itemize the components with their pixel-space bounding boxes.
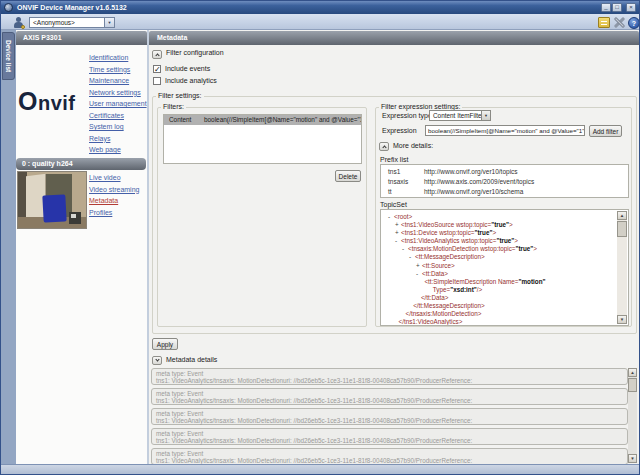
xml-tag: <tns1:Device wstop:topic= bbox=[401, 229, 475, 236]
device-name-header: AXIS P3301 bbox=[16, 31, 147, 45]
more-details-expander[interactable] bbox=[379, 142, 389, 151]
filter-configuration-label: Filter configuration bbox=[166, 49, 224, 56]
topicset-content: -<root>+<tns1:VideoSource wstop:topic="t… bbox=[385, 213, 616, 326]
metadata-entry: meta type: Eventtns1: VideoAnalytics/tns… bbox=[151, 448, 628, 464]
sidebar-link[interactable]: Time settings bbox=[89, 64, 147, 76]
topicset-line: </tnsaxis:MotionDetection> bbox=[385, 310, 616, 318]
prefix-uri: http://www.onvif.org/ver10/schema bbox=[424, 187, 523, 197]
scroll-down-icon[interactable]: ▼ bbox=[617, 315, 627, 324]
xml-tag: <tt:SimpleItemDescription Name= bbox=[424, 278, 518, 285]
topicset-line: +<tns1:Device wstop:topic="true"> bbox=[385, 229, 616, 237]
chevron-down-icon[interactable]: ▼ bbox=[104, 18, 114, 27]
stream-link[interactable]: Video streaming bbox=[89, 184, 147, 196]
window-title: ONVIF Device Manager v1.6.5132 bbox=[17, 1, 127, 14]
close-button[interactable]: × bbox=[626, 3, 636, 12]
account-dropdown[interactable]: <Anonymous> ▼ bbox=[29, 17, 115, 28]
chevron-down-icon[interactable]: ▼ bbox=[481, 111, 490, 120]
xml-tag: </tnsaxis:MotionDetection> bbox=[406, 310, 482, 317]
prefix-uri: http://www.onvif.org/ver10/topics bbox=[424, 167, 518, 177]
expression-type-label: Expression type: bbox=[382, 112, 434, 119]
sidebar-link[interactable]: Certificates bbox=[89, 110, 147, 122]
xml-tag: > bbox=[533, 245, 537, 252]
sidebar-link[interactable]: Relays bbox=[89, 133, 147, 145]
filter-settings-label: Filter settings: bbox=[156, 92, 204, 99]
scroll-up-icon[interactable]: ▲ bbox=[628, 368, 637, 377]
prefix-row: tthttp://www.onvif.org/ver10/schema bbox=[381, 187, 628, 197]
xml-tag: Type= bbox=[433, 286, 450, 293]
camera-thumbnail[interactable] bbox=[17, 171, 87, 229]
metadata-entries: meta type: Eventtns1: VideoAnalytics/tns… bbox=[151, 368, 628, 464]
apply-button[interactable]: Apply bbox=[152, 338, 178, 350]
metadata-scrollbar[interactable]: ▲ ▼ bbox=[628, 368, 637, 463]
sidebar-link[interactable]: User management bbox=[89, 98, 147, 110]
metadata-entry-detail: tns1: VideoAnalytics/tnsaxis: MotionDete… bbox=[156, 457, 472, 464]
metadata-entry-detail: tns1: VideoAnalytics/tnsaxis: MotionDete… bbox=[156, 397, 472, 404]
xml-tag: </tt:MessageDescription> bbox=[413, 302, 484, 309]
expression-label: Expression bbox=[382, 127, 417, 134]
prefix-list-label: Prefix list bbox=[380, 156, 408, 163]
scrollbar-thumb[interactable] bbox=[617, 221, 627, 237]
sidebar-link[interactable]: Identification bbox=[89, 52, 147, 64]
sidebar-link[interactable]: Web page bbox=[89, 144, 147, 156]
include-events-checkbox[interactable]: ✓ bbox=[153, 65, 161, 73]
scrollbar-thumb[interactable] bbox=[628, 378, 637, 392]
prefix-row: tns1http://www.onvif.org/ver10/topics bbox=[381, 167, 628, 177]
add-filter-button[interactable]: Add filter bbox=[589, 125, 622, 137]
prefix-list-box: tns1http://www.onvif.org/ver10/topicstns… bbox=[380, 164, 629, 198]
topicset-line: -<tt:Data> bbox=[385, 270, 616, 278]
filter-expression-label: Filter expression settings: bbox=[379, 103, 462, 110]
xml-val: "motion" bbox=[519, 278, 546, 285]
xml-val: "true" bbox=[515, 245, 533, 252]
expression-type-select[interactable]: Content ItemFilter ▼ bbox=[429, 110, 491, 121]
prefix-name: tt bbox=[388, 187, 392, 197]
topicset-line: </tt:Data> bbox=[385, 294, 616, 302]
filter-expression-cell: boolean(//SimpleItem[@Name="motion" and … bbox=[204, 115, 362, 125]
prefix-uri: http://www.axis.com/2009/event/topics bbox=[424, 177, 534, 187]
topicset-label: TopicSet bbox=[380, 201, 407, 208]
filter-configuration-expander[interactable] bbox=[152, 50, 162, 59]
xml-val: "true" bbox=[496, 237, 514, 244]
help-icon[interactable]: ? bbox=[628, 17, 640, 29]
sidebar-link[interactable]: System log bbox=[89, 121, 147, 133]
xml-tag: <root> bbox=[394, 213, 412, 220]
xml-tag: </tns1:VideoAnalytics> bbox=[399, 318, 463, 325]
topicset-line: Type="xsd:int"/> bbox=[385, 286, 616, 294]
title-bar[interactable]: ONVIF Device Manager v1.6.5132 _ □ × bbox=[1, 1, 640, 14]
scroll-up-icon[interactable]: ▲ bbox=[617, 211, 627, 220]
stream-link[interactable]: Live video bbox=[89, 172, 147, 184]
more-details-label: More details: bbox=[393, 142, 433, 149]
topicset-scrollbar[interactable]: ▲ ▼ bbox=[617, 211, 627, 324]
include-analytics-checkbox[interactable] bbox=[153, 77, 161, 85]
filters-list[interactable]: Contentboolean(//SimpleItem[@Name="motio… bbox=[163, 114, 362, 164]
minimize-button[interactable]: _ bbox=[601, 3, 611, 12]
metadata-details-expander[interactable] bbox=[152, 356, 162, 365]
panel-splitter[interactable] bbox=[147, 30, 149, 464]
app-window: ONVIF Device Manager v1.6.5132 _ □ × <An… bbox=[0, 0, 640, 475]
prefix-name: tns1 bbox=[388, 167, 400, 177]
page-title: Metadata bbox=[149, 31, 639, 45]
sidebar-link[interactable]: Maintenance bbox=[89, 75, 147, 87]
onvif-logo: Onvif bbox=[18, 87, 76, 116]
event-log-icon[interactable] bbox=[598, 17, 610, 28]
filters-label: Filters: bbox=[161, 103, 186, 110]
status-bar bbox=[1, 464, 640, 475]
thumb-blue-bin bbox=[42, 194, 66, 222]
metadata-entry: meta type: Eventtns1: VideoAnalytics/tns… bbox=[151, 428, 628, 445]
filter-row[interactable]: Contentboolean(//SimpleItem[@Name="motio… bbox=[164, 115, 361, 125]
filter-type-cell: Content bbox=[169, 115, 191, 125]
expression-input[interactable]: boolean(//SimpleItem[@Name="motion" and … bbox=[425, 125, 585, 136]
sidebar-link[interactable]: Network settings bbox=[89, 87, 147, 99]
device-list-tab[interactable]: Device list bbox=[2, 32, 15, 80]
stream-link[interactable]: Metadata bbox=[89, 195, 147, 207]
stream-link[interactable]: Profiles bbox=[89, 207, 147, 219]
xml-tag: </tt:Data> bbox=[421, 294, 449, 301]
metadata-entry-type: meta type: Event bbox=[156, 450, 203, 457]
metadata-entry: meta type: Eventtns1: VideoAnalytics/tns… bbox=[151, 388, 628, 405]
scroll-down-icon[interactable]: ▼ bbox=[628, 454, 637, 463]
tools-icon[interactable] bbox=[613, 16, 626, 29]
delete-button[interactable]: Delete bbox=[335, 170, 361, 182]
app-icon bbox=[4, 3, 13, 12]
maximize-button[interactable]: □ bbox=[612, 3, 622, 12]
topicset-line: -<root> bbox=[385, 213, 616, 221]
xml-tag: > bbox=[492, 229, 496, 236]
